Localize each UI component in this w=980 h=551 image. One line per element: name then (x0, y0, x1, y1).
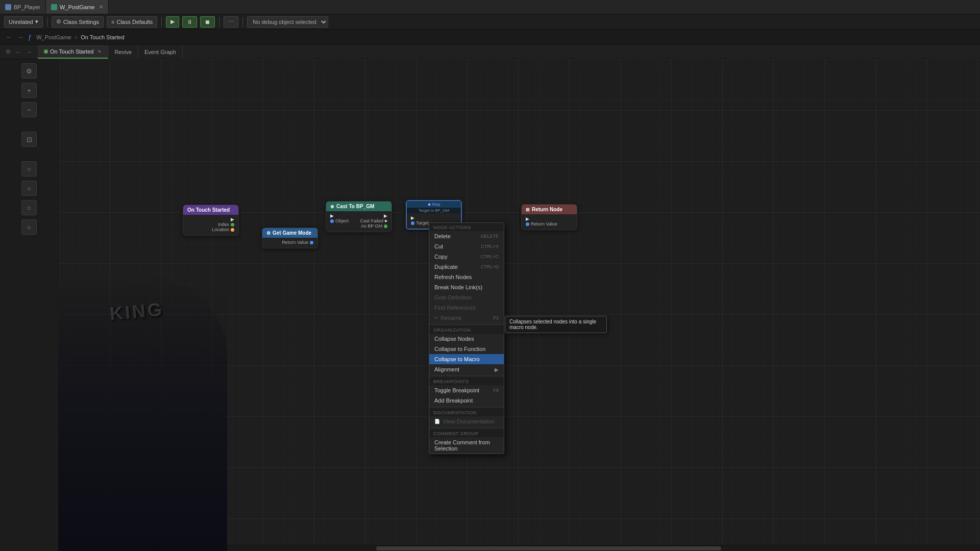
unrelated-button[interactable]: Unrelated ▾ (4, 16, 43, 28)
ctx-copy-label: Copy (434, 254, 448, 260)
pin-location-dot (231, 228, 234, 232)
sub-tab-dot (44, 49, 48, 54)
ctx-alignment-arrow: ▶ (495, 367, 499, 372)
pin-exec-label: ▶ (231, 217, 234, 222)
pin-return-value-label: Return Value (531, 221, 557, 227)
left-circle-button-2[interactable]: ○ (21, 181, 37, 196)
node-cast-to-bp-gm[interactable]: ⊕ Cast To BP_GM ▶ ▶ (326, 201, 392, 232)
ctx-collapse-nodes[interactable]: Collapse Nodes (429, 334, 504, 344)
ctx-collapse-to-macro[interactable]: Collapse to Macro (429, 354, 504, 364)
debug-object-select[interactable]: No debug object selected (247, 16, 328, 28)
king-text: KING (109, 298, 164, 324)
ctx-refresh-nodes[interactable]: Refresh Nodes (429, 272, 504, 282)
left-zoom-in-button[interactable]: + (21, 83, 37, 98)
node-on-touch-started[interactable]: On Touch Started ▶ Index (183, 205, 239, 236)
pin-location: Location (212, 227, 234, 232)
ctx-view-docs-label: View Documentation (443, 418, 495, 424)
stop-target-text: Target is BP_GM (419, 208, 449, 213)
blueprint-canvas[interactable]: KING On Touch Started (59, 59, 980, 551)
tab-close-button[interactable]: ✕ (99, 4, 103, 10)
settings-icon: ⚙ (56, 18, 61, 25)
ctx-collapse-nodes-label: Collapse Nodes (434, 336, 474, 342)
sub-tab-event-graph[interactable]: Event Graph (138, 45, 183, 59)
class-settings-button[interactable]: ⚙ Class Settings (52, 16, 104, 28)
sub-tab-nav-back[interactable]: ← (13, 48, 23, 56)
tab-w-postgame[interactable]: W_PostGame ✕ (46, 0, 109, 14)
ctx-break-node-links[interactable]: Break Node Link(s) (429, 282, 504, 292)
sub-tab-nav-fwd[interactable]: → (24, 48, 34, 56)
breadcrumb-nav: ← → ƒ (4, 33, 33, 41)
ctx-delete[interactable]: Delete DELETE (429, 231, 504, 241)
ctx-section-comment: COMMENT GROUP (429, 429, 504, 437)
ctx-find-label: Find References (434, 305, 476, 311)
chevron-down-icon: ▾ (35, 18, 38, 25)
pin-cast-failed-arrow: ▶ (385, 219, 387, 223)
pin-object-label: Object (335, 218, 349, 223)
ctx-toggle-breakpoint[interactable]: Toggle Breakpoint F9 (429, 385, 504, 395)
ctx-sep-2 (429, 375, 504, 376)
pin-return-value: Return Value (526, 221, 557, 227)
left-circle-button-3[interactable]: ○ (21, 200, 37, 215)
pin-row-stop-exec: ▶ (411, 215, 457, 220)
pause-icon: ⏸ (187, 19, 192, 25)
extra-icon: ⋯ (228, 18, 234, 25)
pin-cast-failed-label: Cast Failed (360, 218, 383, 223)
stop-button[interactable]: ⏹ (200, 16, 215, 28)
pin-location-label: Location (212, 227, 229, 232)
ctx-section-breakpoints: BREAKPOINTS (429, 377, 504, 385)
ctx-copy[interactable]: Copy CTRL+C (429, 252, 504, 262)
ctx-collapse-macro-label: Collapse to Macro (434, 356, 480, 362)
pin-exec-out-cast: ▶ (384, 213, 387, 218)
pin-row-object: Object Cast Failed ▶ (330, 218, 387, 223)
pin-index: Index (218, 222, 234, 227)
sub-tab-revive[interactable]: Revive (108, 45, 138, 59)
ctx-duplicate[interactable]: Duplicate CTRL+D (429, 262, 504, 272)
pin-object-dot (330, 219, 334, 223)
ctx-duplicate-shortcut: CTRL+D (481, 264, 499, 269)
pin-row-location: Location (187, 227, 234, 232)
ctx-section-organization: ORGANIZATION (429, 325, 504, 334)
left-settings-button[interactable]: ⚙ (21, 63, 37, 79)
ctx-create-comment[interactable]: Create Comment from Selection (429, 437, 504, 454)
sub-tab-settings-button[interactable]: ⚙ (4, 48, 12, 55)
main-area: ⚙ + − ⊡ ○ ○ ○ ○ KING (0, 59, 980, 551)
tabs-bar: BP_Player W_PostGame ✕ (0, 0, 980, 14)
pin-row-return: Return Value (266, 240, 313, 245)
canvas-scrollbar[interactable] (117, 545, 980, 551)
ctx-alignment[interactable]: Alignment ▶ (429, 364, 504, 374)
play-button[interactable]: ▶ (166, 16, 179, 28)
separator-4 (242, 17, 243, 27)
pin-index-dot (231, 223, 234, 227)
sub-tabs-bar: ⚙ ← → On Touch Started ✕ Revive Event Gr… (0, 45, 980, 59)
left-zoom-out-button[interactable]: − (21, 102, 37, 117)
breadcrumb-leaf: On Touch Started (81, 34, 124, 40)
nav-back-button[interactable]: ← (4, 33, 14, 41)
toolbar-extra-button[interactable]: ⋯ (224, 16, 238, 28)
ctx-cut-shortcut: CTRL+X (481, 244, 499, 249)
pin-return-exec-arrow: ▶ (526, 216, 529, 221)
pause-button[interactable]: ⏸ (182, 16, 197, 28)
nav-fwd-button[interactable]: → (15, 33, 25, 41)
sub-tab-on-touch-started[interactable]: On Touch Started ✕ (38, 45, 108, 59)
tab-w-postgame-label: W_PostGame (60, 4, 94, 10)
node-get-game-mode[interactable]: ⚙ Get Game Mode Return Value (262, 228, 318, 248)
ctx-duplicate-label: Duplicate (434, 264, 458, 270)
ctx-section-documentation: DOCUMENTATION (429, 408, 504, 416)
left-circle-button-1[interactable]: ○ (21, 161, 37, 177)
node-return[interactable]: ⊞ Return Node ▶ Return Value (521, 204, 577, 230)
scrollbar-thumb[interactable] (376, 546, 721, 550)
pin-exec-in-arrow: ▶ (330, 213, 334, 218)
class-defaults-button[interactable]: ≡ Class Defaults (107, 16, 157, 28)
sub-tab-close-icon[interactable]: ✕ (97, 49, 102, 54)
left-fit-button[interactable]: ⊡ (21, 132, 37, 147)
class-settings-label: Class Settings (63, 19, 99, 25)
ctx-add-breakpoint[interactable]: Add Breakpoint (429, 395, 504, 406)
func-icon-button[interactable]: ƒ (27, 33, 33, 41)
left-circle-button-4[interactable]: ○ (21, 219, 37, 235)
ctx-collapse-to-function[interactable]: Collapse to Function (429, 344, 504, 354)
person-silhouette: KING (59, 270, 227, 551)
ctx-cut[interactable]: Cut CTRL+X (429, 241, 504, 252)
tab-bp-player[interactable]: BP_Player (0, 0, 46, 14)
node-return-header: ⊞ Return Node (522, 205, 577, 214)
node-stop-supertitle: ◆ Stop (407, 201, 461, 208)
